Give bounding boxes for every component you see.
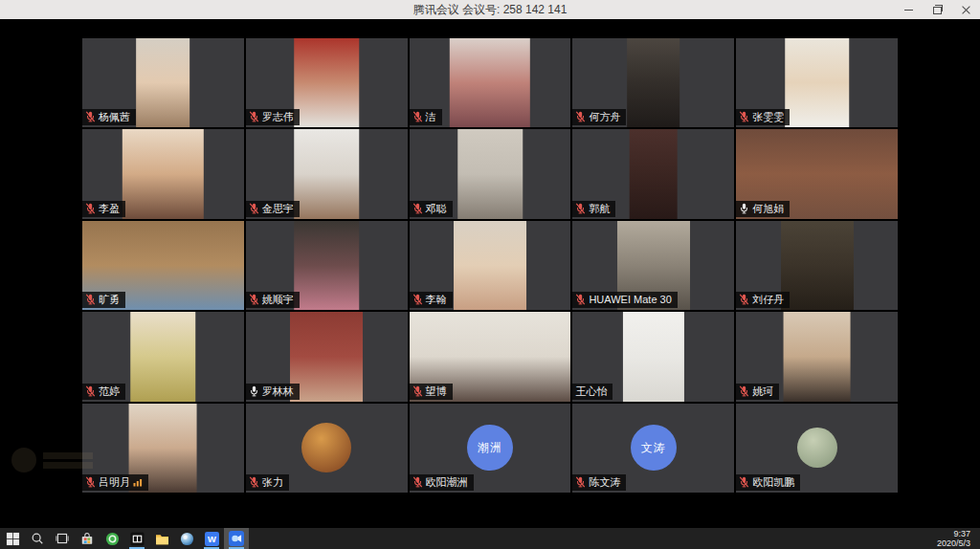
mic-muted-icon: [85, 385, 96, 397]
participant-nameplate: 欧阳潮洲: [410, 474, 474, 491]
participant-nameplate: 旷勇: [82, 292, 125, 308]
start-icon[interactable]: [0, 528, 25, 549]
browser-icon[interactable]: [174, 528, 199, 549]
participant-tile[interactable]: 李翰: [410, 221, 571, 310]
mic-muted-icon: [85, 203, 96, 214]
participant-tile[interactable]: 吕明月: [82, 404, 244, 493]
store-icon[interactable]: [75, 528, 100, 549]
participant-name: 邓聪: [426, 202, 447, 215]
participant-name: 罗志伟: [262, 110, 294, 123]
participant-avatar: 潮洲: [467, 425, 513, 471]
participant-nameplate: 洁: [410, 109, 442, 125]
mic-muted-icon: [249, 476, 259, 488]
minimize-icon: [904, 10, 913, 11]
participant-tile[interactable]: 杨佩茜: [82, 38, 244, 127]
participant-name: 李盈: [99, 202, 120, 215]
participant-tile[interactable]: 何旭娟: [736, 129, 898, 218]
participant-nameplate: 姚珂: [736, 384, 779, 400]
participant-nameplate: 罗林林: [246, 384, 300, 400]
meeting-stage: 杨佩茜罗志伟洁何方舟张雯雯李盈金思宇邓聪郭航何旭娟旷勇姚顺宇李翰HUAWEI M…: [0, 19, 980, 528]
participant-name: HUAWEI Mate 30: [589, 293, 671, 306]
participant-tile[interactable]: 罗林林: [246, 312, 408, 401]
minimize-button[interactable]: [894, 0, 923, 19]
participant-name: 范婷: [99, 384, 120, 398]
mic-muted-icon: [412, 385, 423, 397]
participant-nameplate: 王心怡: [572, 384, 612, 400]
task-view-icon[interactable]: [50, 528, 75, 549]
participant-tile[interactable]: 欧阳凯鹏: [736, 404, 898, 493]
participant-name: 姚珂: [752, 384, 773, 398]
mic-muted-icon: [85, 476, 96, 488]
participant-tile[interactable]: 刘仔丹: [736, 221, 898, 310]
participant-nameplate: 杨佩茜: [82, 109, 136, 125]
file-explorer-icon[interactable]: [149, 528, 174, 549]
mic-muted-icon: [249, 203, 259, 214]
mic-muted-icon: [739, 385, 749, 397]
participant-name: 金思宇: [262, 202, 294, 215]
participant-name: 王心怡: [575, 384, 607, 398]
mic-muted-icon: [575, 203, 586, 214]
participant-video: [450, 38, 530, 127]
participant-name: 张力: [262, 475, 283, 489]
mic-muted-icon: [412, 203, 423, 214]
participant-nameplate: 吕明月: [82, 474, 148, 491]
participant-nameplate: 范婷: [82, 384, 125, 400]
search-icon[interactable]: [25, 528, 50, 549]
participant-tile[interactable]: 王心怡: [572, 312, 734, 401]
participant-video: [137, 38, 190, 127]
clock-time: 9:37: [937, 529, 970, 538]
participant-video: [785, 38, 850, 127]
participant-nameplate: 陈文涛: [572, 474, 626, 491]
tencent-meeting-icon[interactable]: [224, 528, 249, 549]
participant-tile[interactable]: 金思宇: [246, 129, 408, 218]
mic-on-icon: [739, 203, 749, 214]
participant-name: 欧阳凯鹏: [752, 475, 794, 489]
taskbar-clock[interactable]: 9:37 2020/5/3: [937, 529, 980, 548]
close-button[interactable]: [951, 0, 980, 19]
participant-tile[interactable]: 何方舟: [572, 38, 734, 127]
participant-video: [122, 129, 203, 218]
green-app-icon[interactable]: [100, 528, 124, 549]
mic-muted-icon: [739, 476, 749, 488]
restore-button[interactable]: [923, 0, 951, 19]
participant-tile[interactable]: 洁: [410, 38, 571, 127]
mic-on-icon: [249, 385, 259, 397]
participant-video: [294, 129, 359, 218]
participant-tile[interactable]: 邓聪: [410, 129, 571, 218]
mic-muted-icon: [85, 294, 96, 305]
participant-nameplate: 张力: [246, 474, 289, 491]
participant-tile[interactable]: 范婷: [82, 312, 244, 401]
participant-tile[interactable]: 望博: [410, 312, 571, 401]
participant-name: 李翰: [426, 293, 447, 306]
mic-muted-icon: [412, 476, 423, 488]
participant-name: 姚顺宇: [262, 293, 294, 306]
reader-app-icon[interactable]: [124, 528, 149, 549]
wps-icon[interactable]: W: [199, 528, 224, 549]
taskbar: W 9:37 2020/5/3: [0, 528, 980, 549]
window-title-bar: 腾讯会议 会议号: 258 142 141: [0, 0, 980, 19]
participant-name: 刘仔丹: [752, 293, 784, 306]
participant-nameplate: 李翰: [410, 292, 453, 308]
watermark-logo: [11, 448, 36, 472]
window-controls: [894, 0, 980, 19]
participant-tile[interactable]: 姚珂: [736, 312, 898, 401]
participant-nameplate: 何旭娟: [736, 201, 790, 217]
participant-tile[interactable]: 张雯雯: [736, 38, 898, 127]
participant-name: 陈文涛: [589, 475, 620, 489]
participant-video: [131, 312, 196, 401]
participant-tile[interactable]: 潮洲欧阳潮洲: [410, 404, 571, 493]
participant-tile[interactable]: 姚顺宇: [246, 221, 408, 310]
mic-muted-icon: [412, 111, 423, 122]
participant-tile[interactable]: 罗志伟: [246, 38, 408, 127]
participant-tile[interactable]: 旷勇: [82, 221, 244, 310]
participant-tile[interactable]: HUAWEI Mate 30: [572, 221, 734, 310]
participant-tile[interactable]: 文涛陈文涛: [572, 404, 734, 493]
participant-name: 张雯雯: [752, 110, 784, 123]
participant-tile[interactable]: 李盈: [82, 129, 244, 218]
participant-nameplate: 罗志伟: [246, 109, 300, 125]
participant-tile[interactable]: 张力: [246, 404, 408, 493]
watermark: [11, 448, 93, 472]
svg-text:W: W: [208, 535, 216, 544]
participant-tile[interactable]: 郭航: [572, 129, 734, 218]
participant-video: [783, 312, 851, 401]
